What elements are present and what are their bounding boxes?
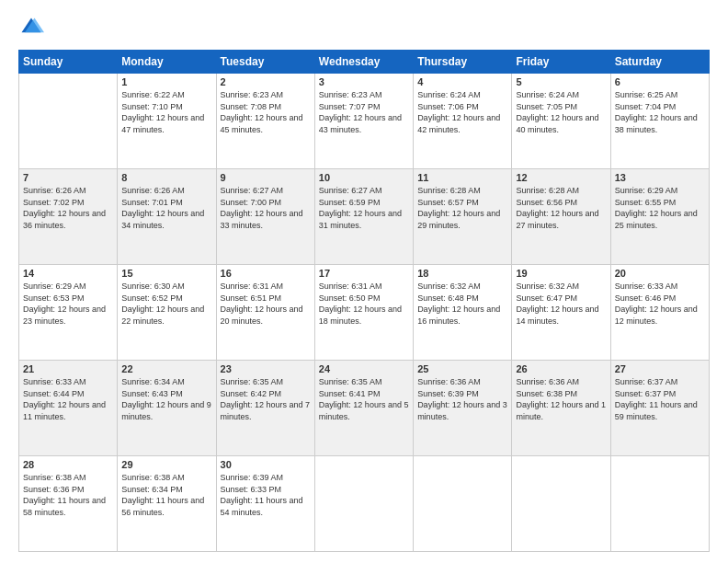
cell-date: 30 <box>221 459 311 470</box>
calendar-cell: 29 Sunrise: 6:38 AMSunset: 6:34 PMDaylig… <box>118 456 216 552</box>
calendar-cell: 12 Sunrise: 6:28 AMSunset: 6:56 PMDaylig… <box>512 169 610 265</box>
cell-info: Sunrise: 6:39 AMSunset: 6:33 PMDaylight:… <box>221 472 311 518</box>
calendar-cell: 14 Sunrise: 6:29 AMSunset: 6:53 PMDaylig… <box>19 265 118 361</box>
cell-date: 7 <box>23 172 113 183</box>
calendar-week-4: 21 Sunrise: 6:33 AMSunset: 6:44 PMDaylig… <box>19 361 710 456</box>
weekday-header-sunday: Sunday <box>19 51 118 74</box>
calendar-cell: 4 Sunrise: 6:24 AMSunset: 7:06 PMDayligh… <box>414 74 512 169</box>
calendar-cell: 6 Sunrise: 6:25 AMSunset: 7:04 PMDayligh… <box>610 74 709 169</box>
cell-date: 6 <box>615 76 705 87</box>
cell-date: 13 <box>615 172 705 183</box>
cell-date: 16 <box>221 268 311 279</box>
cell-info: Sunrise: 6:33 AMSunset: 6:44 PMDaylight:… <box>23 376 113 422</box>
calendar-cell: 19 Sunrise: 6:32 AMSunset: 6:47 PMDaylig… <box>512 265 610 361</box>
cell-info: Sunrise: 6:30 AMSunset: 6:52 PMDaylight:… <box>121 281 211 327</box>
cell-date: 8 <box>121 172 211 183</box>
calendar-cell: 26 Sunrise: 6:36 AMSunset: 6:38 PMDaylig… <box>512 361 610 456</box>
cell-info: Sunrise: 6:28 AMSunset: 6:56 PMDaylight:… <box>516 185 606 231</box>
weekday-header-saturday: Saturday <box>610 51 709 74</box>
calendar-week-5: 28 Sunrise: 6:38 AMSunset: 6:36 PMDaylig… <box>19 456 710 552</box>
logo-icon <box>18 15 44 40</box>
cell-info: Sunrise: 6:27 AMSunset: 7:00 PMDaylight:… <box>221 185 311 231</box>
calendar-cell: 16 Sunrise: 6:31 AMSunset: 6:51 PMDaylig… <box>216 265 314 361</box>
cell-info: Sunrise: 6:28 AMSunset: 6:57 PMDaylight:… <box>417 185 507 231</box>
cell-info: Sunrise: 6:29 AMSunset: 6:55 PMDaylight:… <box>615 185 705 231</box>
calendar-cell: 18 Sunrise: 6:32 AMSunset: 6:48 PMDaylig… <box>414 265 512 361</box>
cell-date: 22 <box>121 363 211 374</box>
cell-info: Sunrise: 6:24 AMSunset: 7:05 PMDaylight:… <box>516 89 606 135</box>
calendar-cell: 5 Sunrise: 6:24 AMSunset: 7:05 PMDayligh… <box>512 74 610 169</box>
weekday-header-wednesday: Wednesday <box>314 51 413 74</box>
cell-info: Sunrise: 6:33 AMSunset: 6:46 PMDaylight:… <box>615 281 705 327</box>
calendar-cell: 20 Sunrise: 6:33 AMSunset: 6:46 PMDaylig… <box>610 265 709 361</box>
cell-info: Sunrise: 6:23 AMSunset: 7:08 PMDaylight:… <box>221 89 311 135</box>
cell-date: 25 <box>417 363 507 374</box>
calendar-cell <box>414 456 512 552</box>
calendar-cell: 21 Sunrise: 6:33 AMSunset: 6:44 PMDaylig… <box>19 361 118 456</box>
cell-info: Sunrise: 6:37 AMSunset: 6:37 PMDaylight:… <box>615 376 705 422</box>
header <box>18 15 710 40</box>
cell-date: 26 <box>516 363 606 374</box>
calendar-week-3: 14 Sunrise: 6:29 AMSunset: 6:53 PMDaylig… <box>19 265 710 361</box>
cell-info: Sunrise: 6:36 AMSunset: 6:39 PMDaylight:… <box>417 376 507 422</box>
cell-info: Sunrise: 6:29 AMSunset: 6:53 PMDaylight:… <box>23 281 113 327</box>
cell-date: 21 <box>23 363 113 374</box>
cell-info: Sunrise: 6:25 AMSunset: 7:04 PMDaylight:… <box>615 89 705 135</box>
cell-info: Sunrise: 6:38 AMSunset: 6:34 PMDaylight:… <box>121 472 211 518</box>
cell-info: Sunrise: 6:31 AMSunset: 6:51 PMDaylight:… <box>221 281 311 327</box>
cell-info: Sunrise: 6:22 AMSunset: 7:10 PMDaylight:… <box>121 89 211 135</box>
calendar-cell <box>19 74 118 169</box>
cell-info: Sunrise: 6:36 AMSunset: 6:38 PMDaylight:… <box>516 376 606 422</box>
calendar-cell: 2 Sunrise: 6:23 AMSunset: 7:08 PMDayligh… <box>216 74 314 169</box>
cell-date: 1 <box>121 76 211 87</box>
weekday-header-row: SundayMondayTuesdayWednesdayThursdayFrid… <box>19 51 710 74</box>
cell-date: 15 <box>121 268 211 279</box>
weekday-header-friday: Friday <box>512 51 610 74</box>
calendar-cell: 3 Sunrise: 6:23 AMSunset: 7:07 PMDayligh… <box>314 74 413 169</box>
cell-info: Sunrise: 6:26 AMSunset: 7:02 PMDaylight:… <box>23 185 113 231</box>
cell-date: 4 <box>417 76 507 87</box>
cell-date: 19 <box>516 268 606 279</box>
calendar-cell: 27 Sunrise: 6:37 AMSunset: 6:37 PMDaylig… <box>610 361 709 456</box>
cell-date: 29 <box>121 459 211 470</box>
cell-info: Sunrise: 6:27 AMSunset: 6:59 PMDaylight:… <box>319 185 409 231</box>
cell-info: Sunrise: 6:32 AMSunset: 6:48 PMDaylight:… <box>417 281 507 327</box>
cell-info: Sunrise: 6:31 AMSunset: 6:50 PMDaylight:… <box>319 281 409 327</box>
calendar-cell: 8 Sunrise: 6:26 AMSunset: 7:01 PMDayligh… <box>118 169 216 265</box>
cell-date: 11 <box>417 172 507 183</box>
calendar-cell: 10 Sunrise: 6:27 AMSunset: 6:59 PMDaylig… <box>314 169 413 265</box>
calendar-week-1: 1 Sunrise: 6:22 AMSunset: 7:10 PMDayligh… <box>19 74 710 169</box>
cell-date: 2 <box>221 76 311 87</box>
cell-date: 27 <box>615 363 705 374</box>
calendar-cell: 28 Sunrise: 6:38 AMSunset: 6:36 PMDaylig… <box>19 456 118 552</box>
calendar-cell: 9 Sunrise: 6:27 AMSunset: 7:00 PMDayligh… <box>216 169 314 265</box>
calendar-cell: 24 Sunrise: 6:35 AMSunset: 6:41 PMDaylig… <box>314 361 413 456</box>
cell-info: Sunrise: 6:35 AMSunset: 6:42 PMDaylight:… <box>221 376 311 422</box>
page: SundayMondayTuesdayWednesdayThursdayFrid… <box>0 0 728 563</box>
weekday-header-tuesday: Tuesday <box>216 51 314 74</box>
calendar-cell: 22 Sunrise: 6:34 AMSunset: 6:43 PMDaylig… <box>118 361 216 456</box>
cell-info: Sunrise: 6:26 AMSunset: 7:01 PMDaylight:… <box>121 185 211 231</box>
cell-date: 28 <box>23 459 113 470</box>
calendar-week-2: 7 Sunrise: 6:26 AMSunset: 7:02 PMDayligh… <box>19 169 710 265</box>
calendar-cell <box>314 456 413 552</box>
cell-info: Sunrise: 6:24 AMSunset: 7:06 PMDaylight:… <box>417 89 507 135</box>
cell-date: 24 <box>319 363 409 374</box>
cell-info: Sunrise: 6:34 AMSunset: 6:43 PMDaylight:… <box>121 376 211 422</box>
calendar-cell: 25 Sunrise: 6:36 AMSunset: 6:39 PMDaylig… <box>414 361 512 456</box>
cell-date: 9 <box>221 172 311 183</box>
calendar-cell: 13 Sunrise: 6:29 AMSunset: 6:55 PMDaylig… <box>610 169 709 265</box>
calendar-cell <box>512 456 610 552</box>
cell-date: 3 <box>319 76 409 87</box>
calendar-cell: 23 Sunrise: 6:35 AMSunset: 6:42 PMDaylig… <box>216 361 314 456</box>
cell-date: 12 <box>516 172 606 183</box>
logo <box>18 15 48 40</box>
calendar-cell: 30 Sunrise: 6:39 AMSunset: 6:33 PMDaylig… <box>216 456 314 552</box>
cell-date: 17 <box>319 268 409 279</box>
cell-info: Sunrise: 6:38 AMSunset: 6:36 PMDaylight:… <box>23 472 113 518</box>
cell-date: 5 <box>516 76 606 87</box>
cell-info: Sunrise: 6:35 AMSunset: 6:41 PMDaylight:… <box>319 376 409 422</box>
weekday-header-thursday: Thursday <box>414 51 512 74</box>
cell-date: 20 <box>615 268 705 279</box>
calendar-cell: 7 Sunrise: 6:26 AMSunset: 7:02 PMDayligh… <box>19 169 118 265</box>
